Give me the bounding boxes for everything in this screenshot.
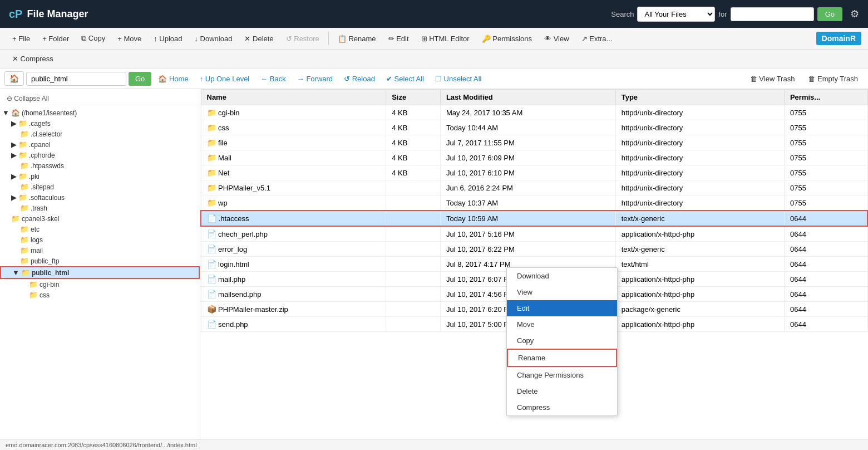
permissions-button[interactable]: 🔑 Permissions [476,32,537,46]
col-perms[interactable]: Permis... [784,90,867,105]
tree-item-logs[interactable]: 📁 logs [0,234,200,245]
tree-item-mail[interactable]: 📁 mail [0,245,200,256]
col-name[interactable]: Name [201,90,386,105]
table-row[interactable]: 📁 file 4 KB Jul 7, 2017 11:55 PM httpd/u… [201,135,867,150]
context-menu-view[interactable]: View [507,284,617,300]
cell-name[interactable]: 📁 css [201,120,386,135]
col-size[interactable]: Size [386,90,441,105]
collapse-all-button[interactable]: ⊖ Collapse All [0,92,200,105]
tree-item-cl-selector[interactable]: 📁 .cl.selector [0,129,200,139]
cell-type: httpd/unix-directory [615,105,784,120]
cell-name[interactable]: 📁 Net [201,165,386,180]
html-editor-button[interactable]: ⊞ HTML Editor [416,32,475,46]
gear-icon[interactable]: ⚙ [850,8,859,20]
reload-button[interactable]: ↺ Reload [339,72,379,85]
table-row[interactable]: 📁 Net 4 KB Jul 10, 2017 6:10 PM httpd/un… [201,165,867,180]
move-button[interactable]: + Move [112,32,147,46]
table-row[interactable]: 📄 .htaccess Today 10:59 AM text/x-generi… [201,211,867,226]
extract-button[interactable]: ↗ Extra... [576,32,618,46]
cell-name[interactable]: 📄 error_log [201,242,386,257]
tree-item-softaculous[interactable]: ▶ 📁 .softaculous [0,192,200,203]
table-row[interactable]: 📁 Mail 4 KB Jul 10, 2017 6:09 PM httpd/u… [201,150,867,165]
context-menu-rename[interactable]: Rename [507,349,617,367]
table-row[interactable]: 📁 wp Today 10:37 AM httpd/unix-directory… [201,195,867,211]
view-trash-button[interactable]: 🗑 View Trash [744,72,801,85]
cell-name[interactable]: 📄 login.html [201,257,386,272]
download-button[interactable]: ↓ Download [189,32,238,46]
context-menu-change-permissions[interactable]: Change Permissions [507,367,617,383]
context-menu-compress[interactable]: Compress [507,399,617,415]
tree-label-public-ftp: public_ftp [31,257,59,265]
table-row[interactable]: 📄 chech_perl.php Jul 10, 2017 5:16 PM ap… [201,226,867,242]
cell-name[interactable]: 📄 .htaccess [201,211,386,226]
tree-item-etc[interactable]: 📁 etc [0,224,200,234]
edit-button[interactable]: ✏ Edit [383,32,415,46]
col-type[interactable]: Type [615,90,784,105]
back-button[interactable]: ← Back [256,72,290,85]
upload-button[interactable]: ↑ Upload [148,32,188,46]
search-go-button[interactable]: Go [817,7,842,21]
compress-button[interactable]: ✕ Compress [7,52,59,66]
context-menu-delete[interactable]: Delete [507,383,617,399]
tree-item-cphorde[interactable]: ▶ 📁 .cphorde [0,150,200,160]
root-expand-icon: ▼ [2,109,9,117]
table-row[interactable]: 📁 cgi-bin 4 KB May 24, 2017 10:35 AM htt… [201,105,867,120]
search-input[interactable] [731,7,814,21]
up-one-level-button[interactable]: ↑ Up One Level [195,72,254,85]
restore-button[interactable]: ↺ Restore [280,32,325,46]
select-all-button[interactable]: ✔ Select All [382,72,428,85]
new-folder-button[interactable]: + Folder [37,32,75,46]
cell-type: httpd/unix-directory [615,165,784,180]
search-scope-select[interactable]: All Your FilesPublic HTMLPublic FTP [637,7,715,22]
tree-label-cl-selector: .cl.selector [31,130,62,138]
home-nav-button[interactable]: 🏠 Home [154,72,193,85]
tree-item-cagefs[interactable]: ▶ 📁 .cagefs [0,118,200,129]
path-input[interactable] [26,72,126,86]
tree-item-trash[interactable]: 📁 .trash [0,203,200,213]
tree-item-pki[interactable]: ▶ 📁 .pki [0,171,200,182]
context-menu-move[interactable]: Move [507,316,617,332]
forward-button[interactable]: → Forward [293,72,337,85]
table-row[interactable]: 📁 css 4 KB Today 10:44 AM httpd/unix-dir… [201,120,867,135]
tree-item-cgi-bin[interactable]: 📁 cgi-bin [0,279,200,290]
view-button[interactable]: 👁 View [539,32,575,46]
cell-name[interactable]: 📁 wp [201,195,386,211]
tree-item-cpanel[interactable]: ▶ 📁 .cpanel [0,139,200,150]
cell-name[interactable]: 📄 chech_perl.php [201,226,386,242]
table-row[interactable]: 📁 PHPMailer_v5.1 Jun 6, 2016 2:24 PM htt… [201,180,867,195]
col-modified[interactable]: Last Modified [440,90,615,105]
tree-item-cpanel3-skel[interactable]: 📁 cpanel3-skel [0,213,200,224]
cell-name[interactable]: 📄 mailsend.php [201,287,386,302]
cell-name[interactable]: 📄 send.php [201,317,386,332]
unselect-all-button[interactable]: ☐ Unselect All [431,72,486,85]
cell-name[interactable]: 📁 PHPMailer_v5.1 [201,180,386,195]
delete-button[interactable]: ✕ Delete [239,32,279,46]
empty-trash-button[interactable]: 🗑 Empty Trash [802,72,864,85]
go-button[interactable]: Go [129,72,151,86]
cell-perms: 0755 [784,120,867,135]
tree-item-css[interactable]: 📁 css [0,290,200,300]
cell-name[interactable]: 📁 file [201,135,386,150]
tree-item-htpasswds[interactable]: 📁 .htpasswds [0,160,200,171]
table-row[interactable]: 📄 error_log Jul 10, 2017 6:22 PM text/x-… [201,242,867,257]
new-file-button[interactable]: + File [7,32,36,46]
cell-name[interactable]: 📄 mail.php [201,272,386,287]
tree-item-public-html[interactable]: ▼ 📁 public_html [0,266,200,279]
copy-button[interactable]: ⧉ Copy [76,31,111,46]
tree-item-public-ftp[interactable]: 📁 public_ftp [0,256,200,266]
tree-label-htpasswds: .htpasswds [31,162,64,170]
tree-item-sitepad[interactable]: 📁 .sitepad [0,182,200,192]
cell-name[interactable]: 📁 Mail [201,150,386,165]
tree-item-root[interactable]: ▼ 🏠 (/home1/iseentest) [0,107,200,118]
mail-folder-icon: 📁 [20,246,29,255]
rename-button[interactable]: 📋 Rename [332,32,382,46]
cell-name[interactable]: 📦 PHPMailer-master.zip [201,302,386,317]
context-menu-edit[interactable]: Edit [507,300,617,316]
cell-perms: 0755 [784,165,867,180]
cell-type: text/x-generic [615,242,784,257]
public-html-expand-icon: ▼ [12,268,19,277]
context-menu-download[interactable]: Download [507,268,617,284]
cell-name[interactable]: 📁 cgi-bin [201,105,386,120]
context-menu-copy[interactable]: Copy [507,332,617,349]
home-icon-button[interactable]: 🏠 [4,71,24,86]
